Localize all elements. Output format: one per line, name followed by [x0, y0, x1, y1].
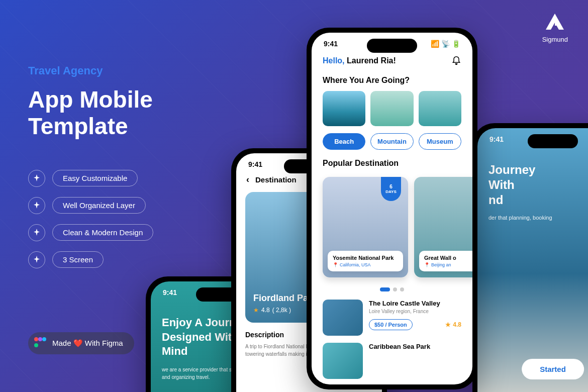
sparkle-icon	[28, 251, 45, 268]
notch	[528, 134, 578, 148]
phone-screen-1: 9:41 📶 📡 🔋 Hello, Laurend Ria! Where You…	[307, 28, 477, 389]
detail-header: Destination	[255, 175, 297, 184]
battery-icon: 🔋	[452, 40, 460, 48]
notch	[367, 39, 417, 53]
feature-item: Well Organized Layer	[28, 197, 153, 214]
back-icon[interactable]: ‹	[246, 174, 249, 185]
feature-label: Well Organized Layer	[52, 197, 146, 214]
signal-icon: 📶	[431, 40, 439, 48]
card-title: Yosemite National Park	[333, 255, 398, 261]
marketing-subtitle: Travel Agency	[28, 64, 153, 77]
feature-label: Easy Customizable	[52, 170, 138, 186]
star-icon: ★	[445, 321, 451, 328]
chip-beach[interactable]: Beach	[323, 133, 365, 150]
category-tile[interactable]	[370, 91, 413, 126]
greeting: Hello, Laurend Ria!	[323, 56, 396, 65]
onboard-heading: Journey With nd	[488, 162, 588, 208]
sparkle-icon	[28, 170, 45, 187]
feature-list: Easy Customizable Well Organized Layer C…	[28, 170, 153, 268]
get-started-button[interactable]: Started	[522, 359, 584, 379]
card-location: California, USA	[340, 262, 371, 267]
status-time: 9:41	[163, 288, 177, 297]
price-pill: $50 / Person	[369, 319, 413, 330]
onboard-body: der that planning, booking	[488, 215, 588, 221]
destination-card[interactable]: 6 DAYS Yosemite National Park 📍Californi…	[323, 177, 408, 277]
phone-screen-4: 9:41 📶 Journey With nd der that planning…	[472, 123, 588, 392]
card-title: Great Wall o	[424, 255, 472, 261]
section-heading: Where You Are Going?	[312, 74, 472, 91]
marketing-title: App Mobile Template	[28, 86, 153, 140]
feature-label: 3 Screen	[52, 251, 104, 268]
days-badge: 6 DAYS	[381, 177, 401, 201]
list-title: Caribbean Sea Park	[369, 343, 461, 350]
sparkle-icon	[28, 224, 45, 241]
star-icon: ★	[253, 307, 259, 314]
figma-badge-text: Made ❤️ With Figma	[52, 339, 123, 348]
status-time: 9:41	[248, 160, 262, 168]
sparkle-icon	[28, 197, 45, 214]
wifi-icon: 📡	[441, 40, 450, 48]
chip-museum[interactable]: Museum	[419, 133, 461, 150]
list-item[interactable]: Caribbean Sea Park	[323, 343, 461, 379]
feature-label: Clean & Modern Design	[52, 224, 153, 241]
bell-icon[interactable]	[451, 56, 461, 66]
pin-icon: 📍	[424, 262, 430, 267]
section-heading: Popular Destination	[312, 157, 472, 174]
category-tile[interactable]	[323, 91, 365, 126]
figma-badge: Made ❤️ With Figma	[28, 332, 134, 354]
status-time: 9:41	[324, 40, 338, 48]
rating-count: ( 2,8k )	[272, 307, 291, 314]
pin-icon: 📍	[333, 262, 338, 267]
rating-value: 4.8	[453, 321, 461, 328]
carousel-dots[interactable]	[312, 280, 472, 297]
feature-item: Easy Customizable	[28, 170, 153, 187]
list-sub: Loire Valley region, France	[369, 309, 461, 314]
feature-item: Clean & Modern Design	[28, 224, 153, 241]
list-item[interactable]: The Loire Castle Valley Loire Valley reg…	[323, 300, 461, 336]
category-tile[interactable]	[419, 91, 461, 126]
marketing-panel: Travel Agency App Mobile Template Easy C…	[28, 64, 153, 268]
status-time: 9:41	[489, 135, 504, 143]
status-icons: 📶 📡 🔋	[431, 40, 460, 48]
feature-item: 3 Screen	[28, 251, 153, 268]
destination-card[interactable]: Great Wall o 📍Beijing an	[414, 177, 472, 277]
rating-value: 4.8	[261, 307, 270, 314]
list-title: The Loire Castle Valley	[369, 300, 461, 307]
list-thumb	[323, 300, 363, 336]
chip-mountain[interactable]: Mountain	[370, 133, 413, 150]
figma-icon	[34, 337, 46, 349]
card-location: Beijing an	[431, 262, 451, 267]
list-thumb	[323, 343, 363, 379]
